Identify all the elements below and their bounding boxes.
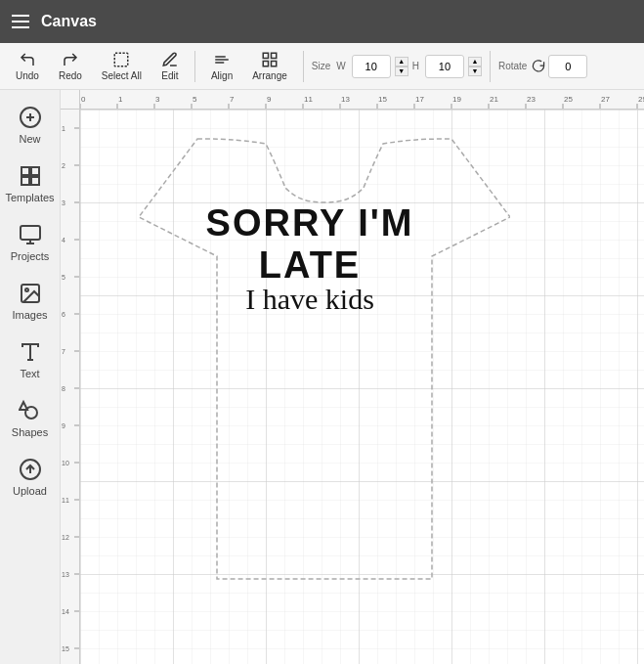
width-stepper[interactable]: ▲ ▼ [395,57,408,76]
svg-marker-21 [20,402,27,410]
rotate-icon [531,59,546,74]
undo-label: Undo [16,70,39,81]
svg-text:5: 5 [193,95,197,104]
sidebar-item-images[interactable]: Images [3,274,58,329]
svg-text:0: 0 [81,95,86,104]
app-title: Canvas [41,13,97,30]
tshirt-outline [139,129,510,598]
select-all-label: Select All [102,70,142,81]
redo-button[interactable]: Redo [51,47,90,85]
svg-text:19: 19 [452,95,461,104]
svg-text:15: 15 [62,645,69,652]
main-area: New Templates Projects Images Text [0,90,644,664]
images-icon [19,282,42,305]
redo-label: Redo [59,70,82,81]
svg-text:6: 6 [62,311,65,318]
divider-1 [194,51,195,82]
svg-rect-4 [263,53,268,58]
svg-rect-6 [263,62,268,66]
height-down[interactable]: ▼ [468,66,482,76]
sidebar-item-templates-label: Templates [5,192,54,203]
divider-3 [490,51,491,82]
svg-text:15: 15 [378,95,387,104]
rotate-label: Rotate [498,61,527,71]
sidebar-item-shapes[interactable]: Shapes [3,391,58,446]
sidebar-item-shapes-label: Shapes [12,426,48,438]
rotate-input[interactable] [548,55,587,78]
divider-2 [303,51,304,82]
w-label: W [336,61,345,71]
edit-label: Edit [161,70,178,81]
svg-text:27: 27 [601,95,610,104]
width-input[interactable] [352,55,391,78]
sidebar-item-projects[interactable]: Projects [3,215,58,270]
svg-text:11: 11 [62,497,69,504]
svg-text:5: 5 [62,274,65,281]
upload-icon [19,458,42,481]
sidebar-item-text[interactable]: Text [3,332,58,387]
arrange-button[interactable]: Arrange [244,47,295,85]
rotate-group: Rotate [498,55,587,78]
ruler-left: 1234567891011121314151617181920212223242… [61,110,80,664]
undo-button[interactable]: Undo [8,47,47,85]
svg-text:4: 4 [62,237,65,243]
svg-text:8: 8 [62,385,65,392]
svg-text:7: 7 [62,348,65,355]
svg-rect-13 [21,177,29,185]
svg-rect-11 [21,167,29,175]
top-nav-bar: Canvas [0,0,644,43]
arrange-label: Arrange [252,70,287,81]
svg-text:3: 3 [62,199,65,206]
svg-text:13: 13 [62,571,69,578]
sidebar-item-new[interactable]: New [3,98,58,153]
new-icon [19,106,42,129]
svg-text:12: 12 [62,534,69,541]
svg-rect-14 [31,177,39,185]
sidebar-item-projects-label: Projects [11,250,50,262]
projects-icon [19,223,42,246]
size-group: Size W ▲ ▼ H ▲ ▼ [312,55,482,78]
svg-text:17: 17 [415,95,424,104]
svg-point-17 [25,288,28,291]
svg-text:9: 9 [62,422,65,429]
svg-text:29: 29 [638,95,644,104]
edit-button[interactable]: Edit [153,47,187,85]
svg-text:25: 25 [564,95,573,104]
width-down[interactable]: ▼ [395,66,408,76]
sidebar-item-upload-label: Upload [13,485,47,497]
svg-rect-15 [21,226,40,240]
select-all-button[interactable]: Select All [94,47,150,85]
shapes-icon [19,399,42,422]
align-button[interactable]: Align [203,47,240,85]
svg-rect-7 [271,62,276,66]
svg-text:14: 14 [62,608,69,615]
size-label: Size [312,61,330,71]
svg-rect-12 [31,167,39,175]
height-input[interactable] [425,55,464,78]
sidebar-item-templates[interactable]: Templates [3,156,58,211]
svg-text:10: 10 [62,460,69,466]
ruler-corner [61,90,80,110]
text-icon [19,340,42,364]
height-stepper[interactable]: ▲ ▼ [468,57,482,76]
svg-text:11: 11 [304,95,313,104]
sidebar: New Templates Projects Images Text [0,90,61,664]
svg-rect-0 [115,53,129,66]
hamburger-menu[interactable] [12,15,29,28]
sidebar-item-new-label: New [19,133,40,145]
ruler-top: // rendered via JS below 013579111315171… [80,90,644,110]
canvas-area[interactable]: // rendered via JS below 013579111315171… [61,90,644,664]
width-up[interactable]: ▲ [395,57,408,66]
svg-text:1: 1 [62,125,65,132]
svg-text:1: 1 [118,95,123,104]
svg-text:23: 23 [527,95,536,104]
sidebar-item-upload[interactable]: Upload [3,450,58,505]
svg-text:7: 7 [230,95,235,104]
templates-icon [19,164,42,188]
height-up[interactable]: ▲ [468,57,482,66]
toolbar: Undo Redo Select All Edit Align Arrange [0,43,644,90]
svg-text:13: 13 [341,95,350,104]
grid-canvas[interactable]: SORRY I'M LATE I have kids [80,110,644,664]
svg-text:3: 3 [155,95,160,104]
h-label: H [412,61,419,71]
